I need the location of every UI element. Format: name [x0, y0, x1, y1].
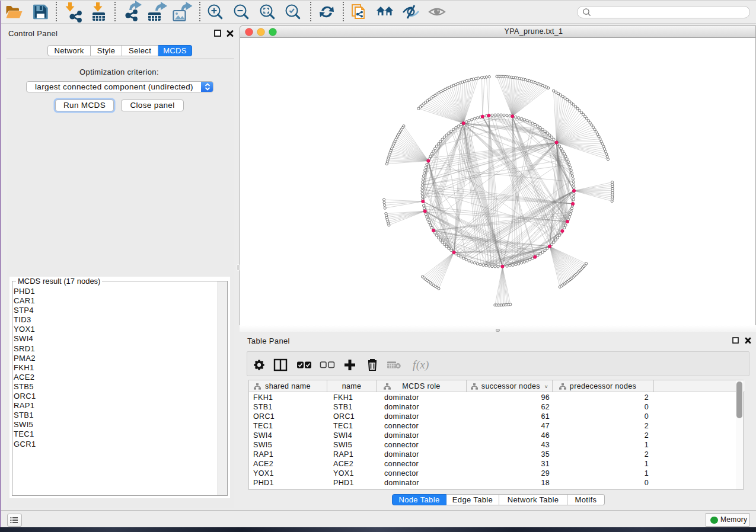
svg-text:f(x): f(x) — [413, 358, 429, 371]
